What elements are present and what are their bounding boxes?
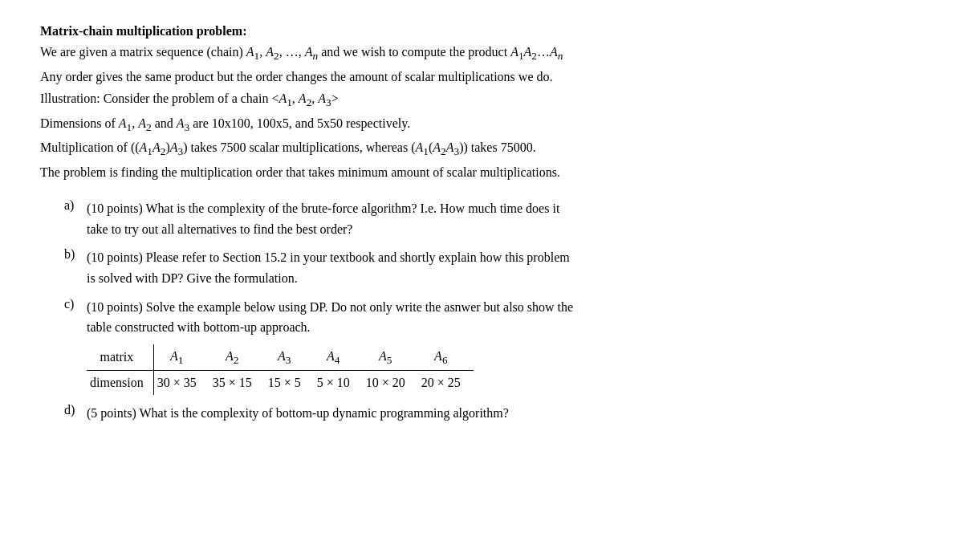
matrix-table-container: matrix A1 A2 A3 A4 A5 A6 dimension 30 × … bbox=[87, 344, 939, 395]
col-header-a4: A4 bbox=[314, 344, 363, 371]
dim-a5: 10 × 20 bbox=[363, 371, 418, 395]
question-b-label: b) bbox=[64, 247, 87, 262]
question-b-text: (10 points) Please refer to Section 15.2… bbox=[87, 247, 939, 288]
col-header-a6: A6 bbox=[418, 344, 474, 371]
dim-a3: 15 × 5 bbox=[265, 371, 314, 395]
main-content: Matrix-chain multiplication problem: We … bbox=[40, 24, 939, 423]
question-c: c) (10 points) Solve the example below u… bbox=[64, 297, 939, 395]
intro-line-2: Any order gives the same product but the… bbox=[40, 67, 939, 87]
question-c-label: c) bbox=[64, 297, 87, 311]
dim-a1: 30 × 35 bbox=[153, 371, 209, 395]
questions-section: a) (10 points) What is the complexity of… bbox=[64, 198, 939, 423]
question-b: b) (10 points) Please refer to Section 1… bbox=[64, 247, 939, 288]
question-d: d) (5 points) What is the complexity of … bbox=[64, 403, 939, 424]
question-a-label: a) bbox=[64, 198, 87, 213]
col-header-matrix: matrix bbox=[87, 344, 153, 371]
intro-line-1: We are given a matrix sequence (chain) A… bbox=[40, 42, 939, 65]
col-header-a2: A2 bbox=[209, 344, 265, 371]
intro-line-5: Multiplication of ((A1A2)A3) takes 7500 … bbox=[40, 137, 939, 161]
question-d-text: (5 points) What is the complexity of bot… bbox=[87, 403, 939, 424]
question-c-text: (10 points) Solve the example below usin… bbox=[87, 297, 939, 395]
question-a-text: (10 points) What is the complexity of th… bbox=[87, 198, 939, 239]
intro-paragraph: We are given a matrix sequence (chain) A… bbox=[40, 42, 939, 182]
table-data-row: dimension 30 × 35 35 × 15 15 × 5 5 × 10 … bbox=[87, 371, 474, 395]
dim-a6: 20 × 25 bbox=[418, 371, 474, 395]
question-a: a) (10 points) What is the complexity of… bbox=[64, 198, 939, 239]
page-title: Matrix-chain multiplication problem: bbox=[40, 24, 939, 39]
intro-line-4: Dimensions of A1, A2 and A3 are 10x100, … bbox=[40, 113, 939, 136]
intro-line-3: Illustration: Consider the problem of a … bbox=[40, 88, 939, 112]
intro-line-6: The problem is finding the multiplicatio… bbox=[40, 162, 939, 183]
dim-a2: 35 × 15 bbox=[209, 371, 265, 395]
table-header-row: matrix A1 A2 A3 A4 A5 A6 bbox=[87, 344, 474, 371]
col-label-dimension: dimension bbox=[87, 371, 153, 395]
col-header-a3: A3 bbox=[265, 344, 314, 371]
question-d-label: d) bbox=[64, 403, 87, 417]
col-header-a5: A5 bbox=[363, 344, 418, 371]
col-header-a1: A1 bbox=[153, 344, 209, 371]
matrix-dimensions-table: matrix A1 A2 A3 A4 A5 A6 dimension 30 × … bbox=[87, 344, 474, 395]
dim-a4: 5 × 10 bbox=[314, 371, 363, 395]
